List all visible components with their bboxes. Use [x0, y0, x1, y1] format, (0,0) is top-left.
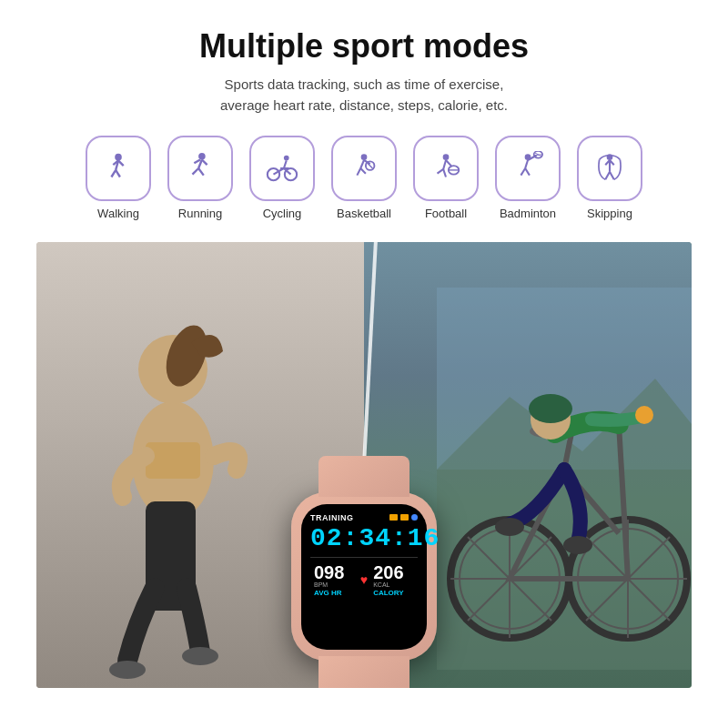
signal-icon [400, 514, 409, 521]
watch-band-bottom [318, 656, 410, 688]
watch-time-display: 02:34:16 [310, 526, 418, 551]
cyclist-figure [437, 288, 692, 670]
svg-line-17 [360, 160, 364, 168]
svg-line-8 [192, 168, 198, 175]
watch-band-top [318, 456, 410, 497]
watch-screen: TRAINING 02:34:16 098 [301, 504, 427, 650]
bpm-unit: BPM [314, 581, 355, 589]
svg-point-23 [443, 154, 450, 160]
bpm-value: 098 [314, 563, 355, 581]
svg-point-16 [361, 154, 368, 160]
svg-line-37 [534, 155, 543, 156]
svg-line-24 [443, 160, 446, 169]
heart-icon: ♥ [360, 572, 368, 587]
svg-line-10 [202, 160, 207, 166]
watch-stat-bpm: 098 BPM AVG HR [310, 563, 359, 597]
svg-line-19 [360, 168, 366, 174]
watch-mode-label: TRAINING [310, 513, 354, 522]
svg-line-25 [438, 169, 444, 174]
svg-point-14 [284, 156, 289, 161]
svg-rect-47 [146, 442, 200, 479]
sport-item-walking: Walking [86, 136, 151, 220]
svg-point-50 [182, 647, 218, 665]
bpm-label: AVG HR [314, 589, 355, 597]
watch-overlay: TRAINING 02:34:16 098 [291, 492, 437, 661]
watch-stat-kcal: 206 KCAL CALORY [369, 563, 418, 597]
svg-line-32 [521, 168, 525, 176]
sport-modes-row: Walking Running [18, 136, 710, 220]
kcal-value: 206 [373, 563, 414, 581]
football-label: Football [425, 207, 467, 220]
svg-point-70 [529, 394, 572, 423]
skipping-icon [592, 151, 627, 186]
walking-label: Walking [97, 207, 139, 220]
bt-icon [411, 514, 418, 521]
basketball-icon-box [331, 136, 397, 201]
svg-point-6 [198, 153, 206, 160]
skipping-icon-box [577, 136, 642, 201]
cycling-icon-box [249, 136, 315, 201]
svg-point-49 [109, 661, 146, 679]
battery-icon [389, 514, 398, 521]
running-icon-box [167, 136, 233, 201]
football-icon-box [413, 136, 479, 201]
cycling-icon [265, 151, 299, 186]
walking-icon [101, 151, 136, 186]
svg-point-0 [115, 154, 122, 161]
svg-line-33 [525, 168, 530, 176]
svg-line-11 [194, 160, 200, 164]
svg-line-18 [357, 168, 360, 176]
svg-point-73 [563, 536, 592, 554]
watch-divider-line [310, 557, 418, 558]
page-subtitle: Sports data tracking, such as time of ex… [220, 75, 508, 116]
running-label: Running [178, 207, 222, 220]
watch-status-icons [389, 514, 418, 521]
sport-item-football: Football [413, 136, 479, 220]
badminton-icon-box [495, 136, 561, 201]
svg-line-4 [118, 160, 124, 166]
walking-icon-box [86, 136, 151, 201]
sport-item-skipping: Skipping [577, 136, 642, 220]
basketball-icon [347, 151, 381, 186]
skipping-label: Skipping [587, 207, 632, 220]
svg-line-9 [198, 168, 204, 176]
page-container: Multiple sport modes Sports data trackin… [0, 0, 728, 728]
watch-stats: 098 BPM AVG HR ♥ 206 KCAL CALORY [310, 563, 418, 597]
image-section: TRAINING 02:34:16 098 [36, 242, 692, 688]
svg-line-26 [443, 169, 446, 177]
svg-line-40 [605, 172, 610, 180]
sport-item-running: Running [167, 136, 233, 220]
cycling-label: Cycling [263, 207, 302, 220]
watch-body: TRAINING 02:34:16 098 [291, 492, 437, 661]
badminton-icon [511, 151, 545, 186]
sport-item-badminton: Badminton [495, 136, 561, 220]
football-icon [429, 151, 463, 186]
woman-figure [55, 278, 291, 688]
sport-item-cycling: Cycling [249, 136, 315, 220]
svg-line-2 [111, 170, 116, 177]
kcal-label: CALORY [373, 589, 414, 597]
svg-line-3 [116, 170, 120, 177]
basketball-label: Basketball [337, 207, 391, 220]
watch-header: TRAINING [310, 513, 418, 522]
sport-item-basketball: Basketball [331, 136, 397, 220]
svg-line-31 [525, 160, 528, 168]
page-title: Multiple sport modes [199, 27, 529, 66]
running-icon [183, 151, 217, 186]
svg-point-72 [495, 518, 524, 536]
kcal-unit: KCAL [373, 581, 414, 589]
svg-point-71 [635, 406, 653, 424]
badminton-label: Badminton [500, 207, 556, 220]
svg-line-41 [610, 172, 614, 180]
